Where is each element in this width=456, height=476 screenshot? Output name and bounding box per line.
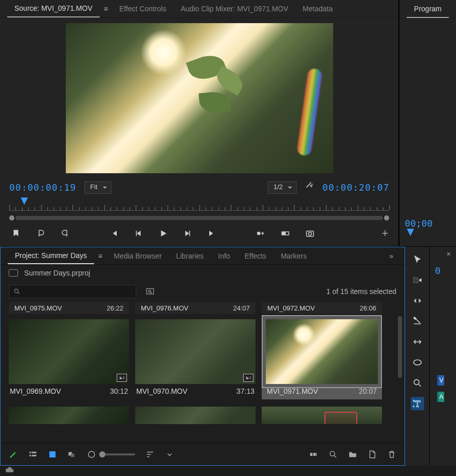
clip-thumbnail[interactable] [266,319,378,384]
timeline-tool-rail [405,247,430,466]
source-monitor-panel: Source: MVI_0971.MOV ≡ Effect Controls A… [0,0,399,246]
delete-button[interactable] [387,450,396,459]
tab-program[interactable]: Program [407,1,449,18]
sort-order-chevron-icon[interactable] [165,450,174,459]
program-monitor-panel: Program 00;00 [399,0,456,246]
pen-tool[interactable] [411,356,424,369]
automate-sequence-button[interactable] [309,450,318,459]
program-time-ruler[interactable] [405,231,451,246]
type-tool[interactable] [411,397,424,410]
svg-rect-11 [32,451,37,453]
clip-thumbnail[interactable] [262,407,382,424]
sequence-timecode[interactable]: 0 [430,261,456,280]
svg-point-17 [88,451,95,457]
svg-rect-10 [29,451,31,453]
tab-libraries[interactable]: Libraries [169,248,211,264]
sort-button[interactable] [145,450,155,459]
svg-rect-4 [282,232,286,235]
play-button[interactable] [157,228,169,239]
creative-cloud-icon[interactable] [5,467,14,475]
source-scrollbar[interactable] [9,216,389,220]
new-item-button[interactable] [368,450,377,459]
tab-markers[interactable]: Markers [273,248,314,264]
clip-thumbnail[interactable] [9,407,129,424]
clip-item[interactable]: I▸I MVI_0969.MOV30:12 [9,316,129,399]
hand-tool[interactable] [411,376,424,390]
clip-thumbnail[interactable] [135,407,256,424]
source-monitor-viewport[interactable] [0,18,398,178]
audio-track-header[interactable]: A [437,392,444,402]
selection-status: 1 of 15 items selected [326,287,396,296]
mark-out-button[interactable] [60,228,71,239]
freeform-view-button[interactable] [67,450,77,459]
video-track-header[interactable]: V [437,375,444,386]
button-editor-icon[interactable]: + [381,227,388,240]
source-tabs: Source: MVI_0971.MOV ≡ Effect Controls A… [0,0,398,18]
slip-tool[interactable] [411,335,424,349]
clip-thumbnail[interactable]: I▸I [135,319,256,384]
razor-tool[interactable] [411,315,424,328]
tab-info[interactable]: Info [211,248,237,264]
panel-menu-icon[interactable]: ≡ [100,5,112,13]
resolution-select[interactable]: 1/2 [268,181,297,194]
selection-tool[interactable] [411,253,424,266]
project-search-input[interactable] [9,285,136,298]
list-view-button[interactable] [28,450,38,459]
export-frame-button[interactable] [304,228,316,239]
new-search-bin-icon[interactable] [145,286,155,297]
clip-item[interactable] [135,404,256,426]
zoom-slider[interactable] [87,450,135,459]
program-playhead[interactable] [407,229,414,236]
clip-item[interactable]: I▸I MVI_0970.MOV37:13 [135,316,256,399]
search-field[interactable] [24,287,132,296]
tab-effect-controls[interactable]: Effect Controls [112,1,174,17]
mark-in-button[interactable] [35,228,46,239]
ripple-edit-tool[interactable] [411,294,424,307]
add-marker-button[interactable] [10,228,22,239]
tab-media-browser[interactable]: Media Browser [106,248,169,264]
icon-view-button[interactable] [48,450,57,459]
svg-rect-22 [413,281,417,283]
zoom-fit-select[interactable]: Fit [84,181,111,194]
project-panel-menu-icon[interactable]: ≡ [94,252,106,260]
new-bin-button[interactable] [348,450,357,459]
overflow-chevron-icon[interactable]: » [385,252,397,260]
settings-wrench-icon[interactable] [305,182,314,193]
clip-item-selected[interactable]: MVI_0971.MOV20:07 [262,316,382,399]
svg-rect-23 [413,317,416,320]
tab-source[interactable]: Source: MVI_0971.MOV [7,0,100,17]
project-panel: Project: Summer Days ≡ Media Browser Lib… [0,247,405,466]
in-out-marker-icon: I▸I [243,374,253,382]
tab-metadata[interactable]: Metadata [296,1,340,17]
clip-label[interactable]: MVI_0976.MOV24:07 [135,302,256,314]
go-to-out-button[interactable] [207,228,218,239]
track-select-tool[interactable] [411,273,424,287]
project-bin-icon [9,269,18,277]
svg-rect-21 [413,278,417,279]
find-button[interactable] [329,450,338,459]
close-icon[interactable]: × [447,250,451,258]
clip-item[interactable] [262,404,382,426]
clip-thumbnail[interactable]: I▸I [9,319,129,384]
step-forward-button[interactable] [182,228,193,239]
clip-label[interactable]: MVI_0972.MOV26:06 [262,302,382,314]
source-playhead-timecode[interactable]: 00:00:00:19 [9,182,76,193]
playhead-indicator[interactable] [21,197,28,205]
step-back-button[interactable] [133,228,144,239]
svg-point-24 [413,360,421,365]
source-time-ruler[interactable] [0,196,398,220]
overwrite-button[interactable] [280,228,291,239]
program-timecode[interactable]: 00;00 [399,216,456,231]
tab-effects[interactable]: Effects [238,248,274,264]
tab-project[interactable]: Project: Summer Days [8,248,94,264]
tab-audio-clip-mixer[interactable]: Audio Clip Mixer: MVI_0971.MOV [173,1,295,17]
grid-scrollbar[interactable] [398,316,402,378]
project-footer-toolbar [1,443,405,465]
go-to-in-button[interactable] [108,228,119,239]
clip-item[interactable] [9,404,129,426]
clip-label[interactable]: MVI_0975.MOV26:22 [9,302,129,314]
insert-button[interactable] [255,228,266,239]
project-thumbnail-grid[interactable]: MVI_0975.MOV26:22 MVI_0976.MOV24:07 MVI_… [1,302,405,443]
write-mode-icon[interactable] [9,450,18,459]
app-footer [0,466,456,476]
